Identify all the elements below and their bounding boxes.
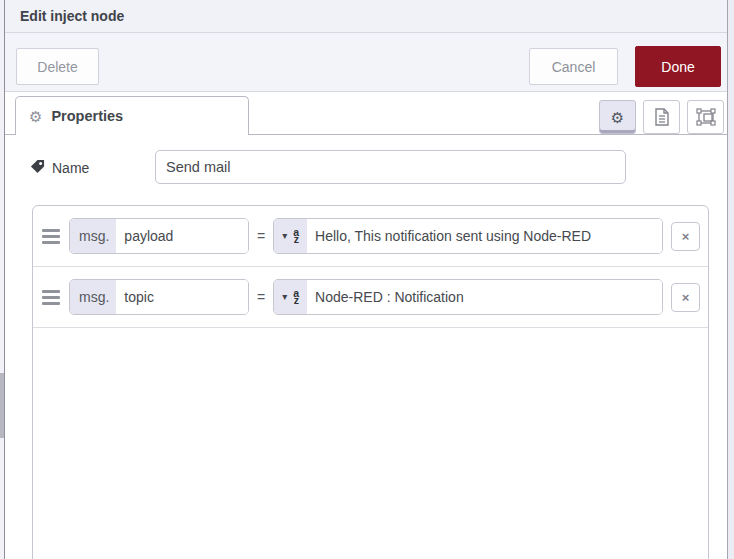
equals-sign: = (257, 228, 265, 244)
chevron-down-icon: ▾ (282, 292, 287, 302)
done-button[interactable]: Done (635, 46, 721, 87)
remove-row-button[interactable]: × (671, 283, 700, 312)
document-icon (654, 108, 670, 126)
property-name-input[interactable] (116, 219, 248, 253)
value-field: ▾ az (273, 218, 663, 254)
property-row-topic: msg. = ▾ az × (33, 267, 708, 328)
window-left-border (4, 0, 5, 559)
description-button[interactable] (643, 100, 680, 134)
string-type-icon: az (293, 229, 299, 244)
editor-tab-bar: ⚙ Properties ⚙ (5, 92, 727, 135)
delete-button[interactable]: Delete (16, 48, 99, 85)
type-select-button[interactable]: ▾ az (274, 280, 307, 314)
tab-properties-label: Properties (51, 108, 123, 124)
tab-properties[interactable]: ⚙ Properties (15, 96, 249, 135)
drag-handle-icon[interactable] (42, 226, 60, 247)
tag-icon (30, 159, 45, 177)
inject-properties-list: msg. = ▾ az × (32, 205, 709, 559)
dialog-toolbar: Delete Cancel Done (5, 33, 727, 92)
edit-inject-node-dialog: Edit inject node Delete Cancel Done ⚙ Pr… (5, 0, 728, 559)
property-value-input[interactable] (307, 219, 662, 253)
drag-handle-icon[interactable] (42, 287, 60, 308)
window-right-gutter (728, 0, 734, 559)
properties-panel: Name msg. = ▾ az (5, 135, 727, 557)
gear-icon: ⚙ (29, 109, 42, 124)
property-name-input[interactable] (116, 280, 248, 314)
close-icon: × (682, 229, 690, 244)
dialog-title: Edit inject node (5, 0, 727, 33)
name-label-row: Name (30, 159, 89, 177)
name-label: Name (52, 160, 89, 176)
appearance-button[interactable] (687, 100, 724, 134)
property-value-input[interactable] (307, 280, 662, 314)
close-icon: × (682, 290, 690, 305)
name-input[interactable] (155, 150, 626, 184)
gear-icon: ⚙ (611, 110, 624, 125)
properties-gear-button[interactable]: ⚙ (599, 100, 636, 134)
cancel-button[interactable]: Cancel (529, 48, 618, 85)
property-field: msg. (69, 279, 249, 315)
equals-sign: = (257, 289, 265, 305)
property-row-payload: msg. = ▾ az × (33, 206, 708, 267)
group-selection-icon (696, 108, 716, 126)
chevron-down-icon: ▾ (282, 231, 287, 241)
msg-prefix-label: msg. (70, 219, 116, 253)
value-field: ▾ az (273, 279, 663, 315)
tab-icon-buttons: ⚙ (599, 100, 724, 134)
remove-row-button[interactable]: × (671, 222, 700, 251)
string-type-icon: az (293, 290, 299, 305)
type-select-button[interactable]: ▾ az (274, 219, 307, 253)
property-field: msg. (69, 218, 249, 254)
msg-prefix-label: msg. (70, 280, 116, 314)
